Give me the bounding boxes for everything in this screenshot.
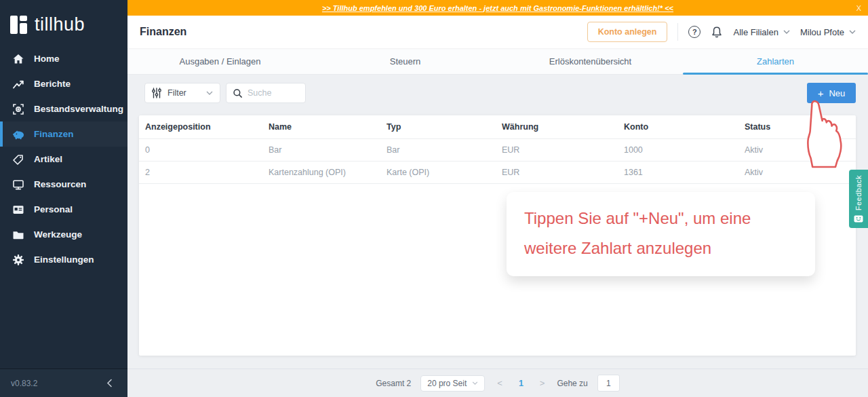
cell-typ: Bar: [387, 145, 502, 155]
prev-page-button[interactable]: <: [494, 378, 505, 388]
chevron-down-icon: [849, 30, 856, 34]
tab-erloeskontenuebersicht[interactable]: Erlöskontenübersicht: [498, 48, 683, 74]
feedback-smiley-icon: [854, 215, 863, 223]
banner-close-icon[interactable]: X: [856, 4, 861, 12]
scan-icon: [12, 103, 24, 115]
gear-icon: [12, 254, 24, 266]
filter-label: Filter: [167, 88, 200, 98]
table-header-row: Anzeigeposition Name Typ Währung Konto S…: [139, 115, 856, 139]
tutorial-annotation: Tippen Sie auf "+Neu", um eine weitere Z…: [507, 192, 815, 276]
help-icon[interactable]: ?: [688, 26, 701, 38]
filter-dropdown[interactable]: Filter: [144, 83, 220, 103]
cell-name: Bar: [269, 145, 387, 155]
sidebar-item-label: Personal: [34, 204, 73, 214]
sidebar-menu: Home Berichte Bestandsverwaltung Finanze…: [0, 46, 127, 272]
cell-konto: 1000: [624, 145, 745, 155]
column-header: Typ: [387, 122, 502, 132]
cell-waehrung: EUR: [502, 168, 624, 177]
sidebar-item-finanzen[interactable]: Finanzen: [0, 121, 127, 147]
column-header: Name: [269, 122, 387, 132]
cell-anzeigeposition: 0: [145, 145, 269, 155]
cell-waehrung: EUR: [502, 145, 624, 155]
folder-icon: [12, 229, 24, 241]
cell-anzeigeposition: 2: [145, 168, 269, 177]
home-icon: [12, 53, 24, 65]
table-row[interactable]: 2 Kartenzahlung (OPI) Karte (OPI) EUR 13…: [139, 162, 856, 184]
main-area: >> Tillhub empfehlen und 300 Euro erhalt…: [127, 0, 868, 397]
neu-button-label: Neu: [829, 88, 845, 98]
tab-zahlarten[interactable]: Zahlarten: [683, 48, 868, 74]
cell-name: Kartenzahlung (OPI): [269, 168, 387, 177]
page-size-select[interactable]: 20 pro Seit: [420, 375, 485, 392]
page-title: Finanzen: [140, 26, 186, 38]
search-box[interactable]: [226, 83, 306, 103]
sidebar-item-label: Einstellungen: [34, 254, 94, 265]
feedback-tab[interactable]: Feedback: [849, 170, 868, 228]
app-version: v0.83.2: [11, 379, 37, 388]
tillhub-logo-icon: [10, 16, 28, 34]
user-menu-label: Milou Pfote: [800, 27, 844, 37]
sidebar-item-berichte[interactable]: Berichte: [0, 71, 127, 96]
sidebar-item-artikel[interactable]: Artikel: [0, 147, 127, 172]
annotation-line: weitere Zahlart anzulegen: [524, 233, 808, 263]
chevron-down-icon: [206, 91, 213, 95]
branch-selector[interactable]: Alle Filialen: [733, 27, 789, 37]
tag-icon: [12, 153, 24, 166]
sidebar-collapse-button[interactable]: [106, 379, 113, 387]
notifications-bell-icon[interactable]: [711, 26, 723, 38]
sidebar-item-label: Home: [34, 54, 60, 64]
pagination-bar: Gesamt 2 20 pro Seit < 1 > Gehe zu: [127, 368, 868, 397]
sidebar-item-label: Ressourcen: [34, 179, 86, 189]
sidebar: tillhub Home Berichte Bestandsverwaltung…: [0, 0, 127, 397]
sidebar-item-label: Bestandsverwaltung: [34, 104, 123, 114]
cell-typ: Karte (OPI): [387, 168, 502, 177]
sidebar-item-label: Finanzen: [34, 129, 74, 139]
column-header: Konto: [624, 122, 745, 132]
page-header: Finanzen Konto anlegen ? Alle Filialen M…: [127, 16, 868, 48]
cell-konto: 1361: [624, 168, 745, 177]
column-header: Anzeigeposition: [145, 122, 269, 132]
sidebar-item-bestandsverwaltung[interactable]: Bestandsverwaltung: [0, 96, 127, 121]
next-page-button[interactable]: >: [537, 378, 548, 388]
header-divider: [677, 23, 678, 41]
sidebar-item-personal[interactable]: Personal: [0, 197, 127, 222]
sidebar-item-label: Berichte: [34, 79, 71, 89]
search-input[interactable]: [248, 88, 299, 98]
piggy-bank-icon: [12, 128, 24, 140]
content-area: Filter + Neu Anzeigeposition Name Typ Wä…: [127, 75, 868, 397]
tab-ausgaben-einlagen[interactable]: Ausgaben / Einlagen: [127, 48, 313, 74]
page-size-value: 20 pro Seit: [427, 379, 467, 388]
annotation-line: Tippen Sie auf "+Neu", um eine: [524, 204, 808, 233]
tillhub-logo[interactable]: tillhub: [0, 0, 127, 39]
branch-selector-label: Alle Filialen: [733, 27, 778, 37]
promo-banner[interactable]: >> Tillhub empfehlen und 300 Euro erhalt…: [127, 0, 868, 16]
feedback-label: Feedback: [854, 175, 863, 210]
search-icon: [233, 88, 243, 98]
konto-anlegen-button[interactable]: Konto anlegen: [587, 22, 668, 42]
sidebar-item-label: Artikel: [34, 154, 62, 164]
column-header: Währung: [502, 122, 624, 132]
monitor-icon: [12, 178, 24, 191]
chevron-down-icon: [472, 381, 478, 385]
tab-steuern[interactable]: Steuern: [313, 48, 498, 74]
current-page[interactable]: 1: [515, 379, 528, 388]
pointer-hand-annotation: [807, 100, 846, 171]
goto-page-input[interactable]: [597, 375, 620, 392]
promo-banner-text[interactable]: >> Tillhub empfehlen und 300 Euro erhalt…: [322, 4, 673, 12]
sidebar-footer: v0.83.2: [0, 368, 127, 397]
sidebar-item-label: Werkzeuge: [34, 229, 82, 240]
user-menu[interactable]: Milou Pfote: [800, 27, 856, 37]
chart-icon: [12, 78, 24, 90]
chevron-down-icon: [783, 30, 790, 34]
sidebar-item-ressourcen[interactable]: Ressourcen: [0, 172, 127, 197]
table-row[interactable]: 0 Bar Bar EUR 1000 Aktiv: [139, 139, 856, 162]
tabs-bar: Ausgaben / Einlagen Steuern Erlöskontenü…: [127, 48, 868, 75]
logo-text: tillhub: [35, 14, 85, 35]
sidebar-item-einstellungen[interactable]: Einstellungen: [0, 247, 127, 272]
filter-sliders-icon: [152, 88, 161, 98]
id-badge-icon: [12, 204, 24, 216]
goto-label: Gehe zu: [557, 379, 587, 388]
sidebar-item-home[interactable]: Home: [0, 46, 127, 71]
plus-icon: +: [818, 88, 824, 99]
sidebar-item-werkzeuge[interactable]: Werkzeuge: [0, 222, 127, 247]
